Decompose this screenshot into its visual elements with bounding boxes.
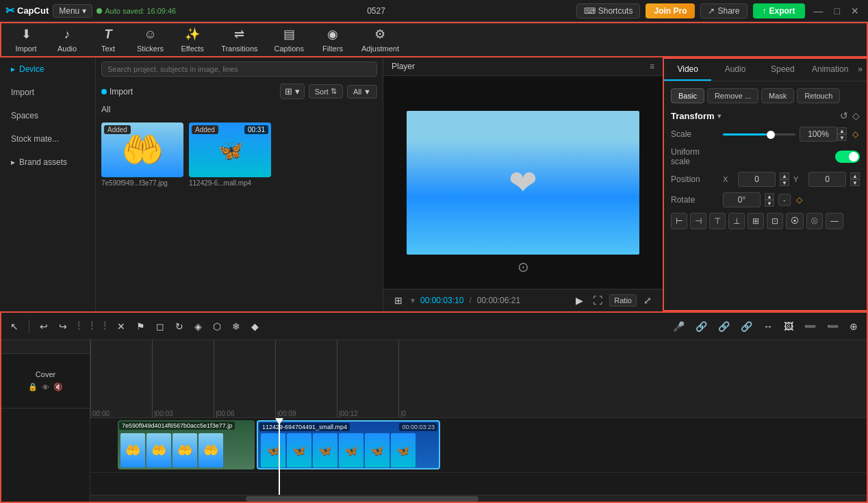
toolbar-import[interactable]: ⬇ Import: [7, 24, 45, 55]
align-right-button[interactable]: ⊤: [709, 213, 726, 229]
subtab-retouch[interactable]: Retouch: [797, 88, 840, 103]
align-bottom-button[interactable]: ⊡: [767, 213, 783, 229]
distribute-v-button[interactable]: ⦾: [806, 213, 823, 229]
split-head-button[interactable]: ⦙: [75, 318, 84, 334]
keyframe-button[interactable]: ◆: [248, 319, 262, 334]
subtab-remove[interactable]: Remove ...: [707, 88, 758, 103]
mask-tl-button[interactable]: ⬡: [209, 319, 225, 334]
scale-keyframe-icon[interactable]: ◇: [851, 129, 860, 139]
close-button[interactable]: ✕: [847, 4, 863, 18]
toolbar-adjustment[interactable]: ⚙ Adjustment: [355, 24, 406, 55]
scale-stepper[interactable]: ▲ ▼: [837, 127, 847, 141]
flag-button[interactable]: ⚑: [133, 319, 149, 334]
x-up[interactable]: ▲: [780, 172, 789, 179]
position-keyframe-icon[interactable]: ↔: [864, 175, 867, 184]
all-filter-button[interactable]: All ▼: [347, 85, 377, 99]
mic-button[interactable]: 🎤: [669, 319, 688, 334]
reset-transform-button[interactable]: ↺: [840, 110, 848, 121]
rotate-stepper[interactable]: ▲ ▼: [765, 193, 774, 207]
scrollbar-thumb[interactable]: [246, 496, 478, 502]
subtab-mask[interactable]: Mask: [761, 88, 794, 103]
audio-transition-button[interactable]: ◈: [191, 319, 205, 334]
x-stepper[interactable]: ▲ ▼: [780, 172, 789, 186]
position-y[interactable]: 0: [808, 172, 846, 187]
freeze-button[interactable]: ❄: [229, 319, 244, 334]
expand-button[interactable]: ↔: [760, 319, 776, 334]
link-button-3[interactable]: 🔗: [737, 319, 756, 334]
media-thumbnail-1[interactable]: 🤲 Added 7e590f949...f3e77.jpg: [101, 122, 183, 187]
frame-button[interactable]: 🖼: [780, 319, 797, 334]
grid-display-button[interactable]: ⊞: [392, 294, 405, 307]
track-visibility-button[interactable]: 👁: [42, 383, 49, 391]
sidebar-item-stock[interactable]: Stock mate...: [3, 129, 92, 149]
toolbar-captions[interactable]: ▤ Captions: [268, 24, 311, 55]
zoom-out-button[interactable]: ➖: [801, 319, 819, 334]
sidebar-item-spaces[interactable]: Spaces: [3, 105, 92, 126]
clip-image-1[interactable]: 7e590f949d4014f6567b0acc5e1f3e77.jp 🤲 🤲 …: [118, 420, 255, 469]
minimize-button[interactable]: —: [810, 4, 827, 18]
sidebar-item-import[interactable]: Import: [3, 82, 92, 103]
media-thumbnail-2[interactable]: 🦋 Added 00:31 112429-6...mall.mp4: [189, 122, 271, 187]
align-center-h-button[interactable]: ⊣: [690, 213, 706, 229]
position-x[interactable]: 0: [738, 172, 776, 187]
align-left-button[interactable]: ⊢: [671, 213, 687, 229]
redo-button[interactable]: ↪: [55, 319, 71, 334]
scale-value[interactable]: 100%: [800, 127, 837, 142]
align-center-v-button[interactable]: ⊞: [748, 213, 764, 229]
export-button[interactable]: ↑ Export: [753, 3, 805, 18]
zoom-in-button[interactable]: ➖: [824, 319, 842, 334]
import-button[interactable]: Import: [101, 87, 133, 96]
share-button[interactable]: ↗ Share: [700, 3, 747, 18]
fullscreen-button[interactable]: ⤢: [641, 294, 654, 307]
scale-up-button[interactable]: ▲: [837, 127, 847, 134]
uniform-scale-toggle[interactable]: [835, 151, 860, 163]
add-track-button[interactable]: ⊕: [846, 319, 861, 334]
scale-slider[interactable]: [723, 133, 795, 136]
ratio-button[interactable]: Ratio: [609, 294, 637, 307]
crop-button[interactable]: ◻: [153, 319, 168, 334]
rotate-minus-button[interactable]: -: [778, 194, 791, 206]
link-button-1[interactable]: 🔗: [692, 319, 711, 334]
y-down[interactable]: ▼: [850, 179, 860, 186]
tabs-more-icon[interactable]: »: [854, 59, 867, 81]
toolbar-filters[interactable]: ◉ Filters: [314, 24, 352, 55]
fit-screen-button[interactable]: ⛶: [590, 294, 605, 307]
restore-button[interactable]: □: [831, 4, 843, 18]
loop-button[interactable]: ↻: [172, 319, 187, 334]
align-more-button[interactable]: —: [826, 213, 843, 229]
x-down[interactable]: ▼: [780, 179, 789, 186]
toolbar-effects[interactable]: ✨ Effects: [173, 24, 212, 55]
sidebar-item-brand[interactable]: ▸ Brand assets: [3, 152, 92, 172]
toolbar-text[interactable]: T Text: [89, 25, 127, 55]
media-search-input[interactable]: [101, 62, 377, 77]
menu-button[interactable]: Menu ▾: [53, 4, 92, 18]
toolbar-stickers[interactable]: ☺ Stickers: [130, 25, 170, 55]
rotate-keyframe-icon[interactable]: ◇: [795, 195, 804, 205]
subtab-basic[interactable]: Basic: [671, 88, 704, 103]
link-button-2[interactable]: 🔗: [715, 319, 733, 334]
shortcuts-button[interactable]: ⌨ Shortcuts: [576, 3, 641, 18]
play-button[interactable]: ▶: [573, 294, 586, 307]
scale-down-button[interactable]: ▼: [837, 134, 847, 141]
tab-speed[interactable]: Speed: [759, 59, 806, 81]
delete-button[interactable]: ✕: [114, 319, 129, 334]
track-lock-button[interactable]: 🔒: [28, 383, 38, 391]
toolbar-transitions[interactable]: ⇌ Transitions: [214, 24, 264, 55]
select-tool-button[interactable]: ↖: [7, 319, 22, 334]
tab-animation[interactable]: Animation: [806, 59, 854, 81]
distribute-h-button[interactable]: ⦿: [786, 213, 804, 229]
tab-video[interactable]: Video: [664, 59, 711, 81]
align-top-button[interactable]: ⊥: [728, 213, 745, 229]
player-menu-icon[interactable]: ≡: [650, 62, 654, 71]
rotate-up[interactable]: ▲: [765, 193, 774, 200]
split-tail-button[interactable]: ⦙: [88, 318, 97, 334]
sidebar-item-device[interactable]: ▸ Device: [3, 59, 92, 79]
track-mute-button[interactable]: 🔇: [53, 383, 63, 391]
rotate-down[interactable]: ▼: [765, 200, 774, 207]
undo-button[interactable]: ↩: [36, 319, 51, 334]
keyframe-transform-button[interactable]: ◇: [852, 110, 860, 121]
timeline-scrollbar[interactable]: [90, 495, 867, 502]
scale-thumb[interactable]: [767, 131, 775, 139]
y-stepper[interactable]: ▲ ▼: [850, 172, 860, 186]
toggle-switch[interactable]: [835, 151, 860, 163]
